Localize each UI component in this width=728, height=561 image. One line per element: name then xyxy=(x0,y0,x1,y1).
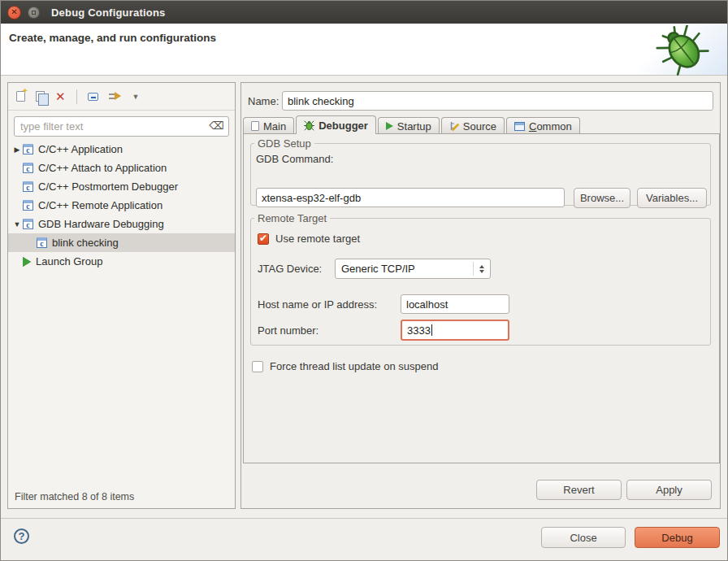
tree-item-cpp-attach[interactable]: C/C++ Attach to Application xyxy=(8,159,235,177)
window-close-button[interactable]: ✕ xyxy=(7,6,21,20)
tab-bar: Main Debugger Startup xyxy=(243,115,580,134)
tab-common[interactable]: Common xyxy=(506,117,580,134)
tree-item-cpp-remote[interactable]: C/C++ Remote Application xyxy=(8,196,235,215)
checkbox-checked-icon[interactable] xyxy=(258,233,269,245)
debug-configurations-dialog: ✕ Debug Configurations Create, manage, a… xyxy=(0,0,728,561)
filter-input[interactable] xyxy=(14,116,229,137)
c-application-icon xyxy=(23,200,33,211)
close-button[interactable]: Close xyxy=(541,527,626,548)
variables-button[interactable]: Variables... xyxy=(637,188,707,208)
text-caret xyxy=(431,324,432,336)
revert-button[interactable]: Revert xyxy=(536,480,622,500)
c-application-icon xyxy=(23,163,33,173)
configurations-toolbar: ✕ ▼ xyxy=(8,83,235,111)
clear-filter-icon[interactable]: ⌫ xyxy=(210,120,224,132)
duplicate-configuration-icon[interactable] xyxy=(36,91,45,102)
new-configuration-icon[interactable] xyxy=(16,91,25,102)
gdb-setup-group: GDB Setup GDB Command: Browse... Variabl… xyxy=(250,137,711,206)
filter-box: ⌫ xyxy=(14,116,229,137)
titlebar: ✕ Debug Configurations xyxy=(1,1,727,24)
bug-icon xyxy=(654,25,713,76)
startup-play-icon xyxy=(386,122,393,130)
checkbox-unchecked-icon[interactable] xyxy=(252,361,263,372)
remote-target-group: Remote Target Use remote target JTAG Dev… xyxy=(250,212,711,346)
window-title: Debug Configurations xyxy=(51,7,166,19)
collapse-arrow-icon[interactable]: ▼ xyxy=(11,220,23,228)
tree-item-cpp-application[interactable]: ▶ C/C++ Application xyxy=(8,140,235,159)
gdb-command-label: GDB Command: xyxy=(256,153,333,165)
tab-main[interactable]: Main xyxy=(243,117,294,134)
host-input[interactable] xyxy=(401,294,509,314)
debugger-tab-content: GDB Setup GDB Command: Browse... Variabl… xyxy=(243,133,720,463)
tree-item-cpp-postmortem[interactable]: C/C++ Postmortem Debugger xyxy=(8,177,235,196)
configuration-tree: ▶ C/C++ Application C/C++ Attach to Appl… xyxy=(8,140,235,271)
window-restore-button[interactable] xyxy=(28,7,40,19)
gdb-command-input[interactable] xyxy=(256,188,565,207)
banner-heading: Create, manage, and run configurations xyxy=(9,32,216,44)
browse-button[interactable]: Browse... xyxy=(574,188,630,208)
toolbar-separator xyxy=(76,89,77,104)
jtag-device-label: JTAG Device: xyxy=(258,263,322,275)
filter-match-status: Filter matched 8 of 8 items xyxy=(15,491,134,502)
toolbar-menu-chevron-icon[interactable]: ▼ xyxy=(132,93,140,101)
c-application-icon xyxy=(23,219,33,229)
tab-debugger[interactable]: Debugger xyxy=(296,115,376,134)
tab-source[interactable]: Source xyxy=(441,117,505,134)
host-label: Host name or IP address: xyxy=(258,298,377,311)
page-icon xyxy=(251,121,259,131)
name-label: Name: xyxy=(248,95,279,107)
jtag-device-combo[interactable]: Generic TCP/IP xyxy=(335,259,491,279)
combo-spinner-icon xyxy=(473,262,484,276)
filter-configurations-icon[interactable] xyxy=(109,91,122,102)
port-label: Port number: xyxy=(258,324,318,337)
collapse-all-icon[interactable] xyxy=(88,93,98,101)
apply-button[interactable]: Apply xyxy=(626,480,712,500)
banner: Create, manage, and run configurations xyxy=(1,24,727,76)
use-remote-target-checkbox[interactable]: Use remote target xyxy=(258,233,360,245)
debugger-bug-icon xyxy=(304,120,314,131)
tree-item-launch-group[interactable]: Launch Group xyxy=(8,252,235,271)
delete-configuration-icon[interactable]: ✕ xyxy=(55,90,66,102)
remote-target-legend: Remote Target xyxy=(254,212,330,224)
tree-item-blink-checking[interactable]: blink checking xyxy=(8,233,235,252)
name-input[interactable] xyxy=(282,91,713,111)
configurations-panel: ✕ ▼ ⌫ ▶ C/C++ Application C/C++ Attach t… xyxy=(7,82,236,509)
window-frame-icon xyxy=(514,122,525,131)
question-mark-icon: ? xyxy=(19,530,25,542)
gdb-setup-legend: GDB Setup xyxy=(254,137,314,150)
c-application-icon xyxy=(23,181,33,192)
c-application-icon xyxy=(37,237,47,248)
force-thread-checkbox[interactable]: Force thread list update on suspend xyxy=(252,360,438,372)
launch-group-icon xyxy=(23,257,31,267)
port-input[interactable]: 3333 xyxy=(401,320,509,341)
footer-divider xyxy=(1,518,727,519)
tree-item-gdb-hardware-debugging[interactable]: ▼ GDB Hardware Debugging xyxy=(8,215,235,233)
c-application-icon xyxy=(23,144,33,154)
help-button[interactable]: ? xyxy=(14,528,29,544)
tab-startup[interactable]: Startup xyxy=(378,117,440,134)
debug-button[interactable]: Debug xyxy=(635,527,720,548)
expand-arrow-icon[interactable]: ▶ xyxy=(11,146,23,154)
source-icon xyxy=(449,121,459,131)
configuration-detail-panel: Name: Main Debugger Star xyxy=(240,82,721,509)
